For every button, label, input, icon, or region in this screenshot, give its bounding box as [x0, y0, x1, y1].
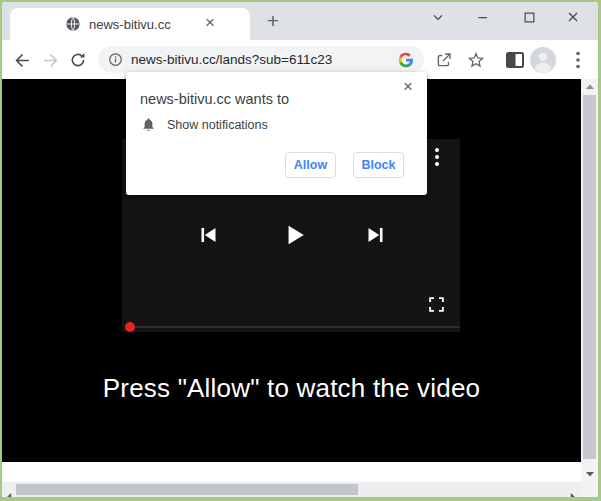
permission-label: Show notifications [167, 118, 268, 132]
horizontal-scrollbar[interactable] [2, 482, 581, 497]
play-icon[interactable] [281, 221, 309, 253]
page-bottom-gap [2, 462, 581, 482]
horizontal-scroll-thumb[interactable] [16, 484, 358, 495]
progress-handle[interactable] [125, 322, 135, 332]
menu-kebab-icon[interactable] [566, 48, 590, 72]
side-panel-icon[interactable] [503, 48, 527, 72]
bell-icon [141, 117, 156, 132]
vertical-scrollbar[interactable] [581, 79, 598, 497]
share-icon[interactable] [432, 48, 456, 72]
progress-bar[interactable] [128, 326, 460, 328]
globe-favicon-icon [65, 16, 81, 32]
window-minimize-icon[interactable] [471, 5, 495, 29]
vm-frame: news-bitivu.cc × + [0, 0, 601, 501]
forward-icon[interactable] [38, 48, 62, 72]
browser-tab[interactable]: news-bitivu.cc × [10, 8, 250, 40]
scroll-down-icon[interactable] [581, 467, 598, 482]
back-icon[interactable] [10, 48, 34, 72]
window-close-icon[interactable] [561, 5, 585, 29]
player-menu-kebab-icon[interactable] [435, 148, 441, 169]
vertical-scroll-track[interactable] [581, 94, 598, 467]
url-text[interactable]: news-bitivu.cc/lands?sub=611c23 [131, 52, 398, 67]
notification-permission-popup: × news-bitivu.cc wants to Show notificat… [126, 72, 427, 195]
tab-title: news-bitivu.cc [89, 17, 171, 32]
allow-button[interactable]: Allow [285, 152, 336, 178]
popup-title: news-bitivu.cc wants to [140, 91, 289, 107]
previous-track-icon[interactable] [196, 223, 220, 251]
permission-row: Show notifications [141, 117, 268, 132]
profile-avatar[interactable] [530, 48, 556, 72]
window-maximize-icon[interactable] [517, 5, 541, 29]
titlebar: news-bitivu.cc × + [2, 2, 598, 40]
scroll-right-icon[interactable] [569, 486, 576, 497]
scroll-left-icon[interactable] [6, 486, 13, 497]
browser-window: news-bitivu.cc × + [2, 2, 598, 497]
window-chevron-icon[interactable] [426, 5, 450, 29]
info-icon[interactable] [108, 52, 123, 67]
reload-icon[interactable] [66, 48, 90, 72]
tab-close-icon[interactable]: × [200, 13, 220, 33]
new-tab-button[interactable]: + [261, 9, 285, 33]
next-track-icon[interactable] [364, 223, 388, 251]
vertical-scroll-thumb[interactable] [583, 95, 596, 459]
google-g-icon[interactable] [398, 52, 414, 68]
block-button[interactable]: Block [353, 152, 404, 178]
bookmark-star-icon[interactable] [464, 48, 488, 72]
popup-close-icon[interactable]: × [398, 77, 418, 97]
fullscreen-icon[interactable] [428, 296, 445, 317]
url-bar[interactable]: news-bitivu.cc/lands?sub=611c23 [98, 46, 424, 73]
scroll-up-icon[interactable] [581, 79, 598, 94]
scrollbar-corner [581, 482, 598, 497]
allow-message-text: Press "Allow" to watch the video [2, 373, 581, 404]
